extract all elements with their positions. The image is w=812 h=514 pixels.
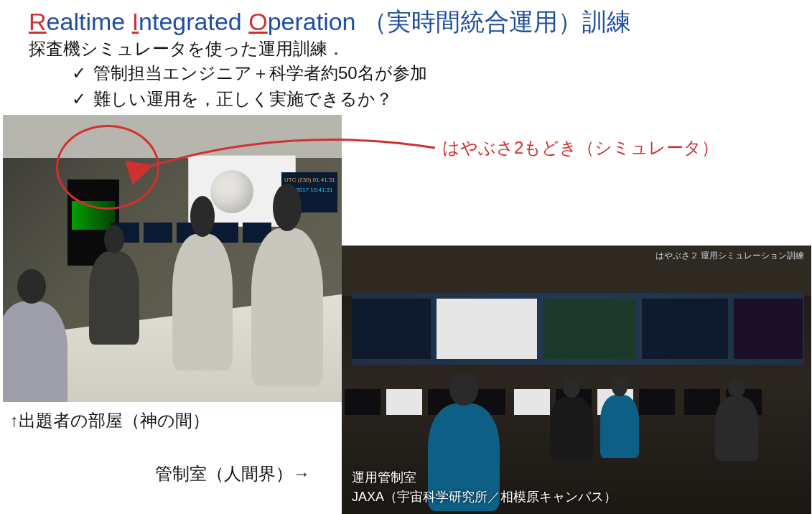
- title-part-1: ealtime: [47, 8, 132, 35]
- person-figure: [89, 251, 139, 345]
- video-caption-line2: JAXA（宇宙科学研究所／相模原キャンパス）: [352, 487, 617, 507]
- utc-time: UTC (230) 01:41:31: [284, 177, 335, 183]
- person-figure: [172, 234, 233, 370]
- person-figure: [3, 302, 67, 402]
- bullet-item: ✓ 難しい運用を，正しく実施できるか？: [72, 86, 427, 112]
- caption-examiner-room: ↑出題者の部屋（神の間）: [10, 409, 210, 432]
- video-caption-line1: 運用管制室: [352, 468, 617, 487]
- person-figure: [251, 228, 323, 386]
- title-letter-i: I: [132, 8, 139, 35]
- bullet-list: ✓ 管制担当エンジニア＋科学者約50名が参加 ✓ 難しい運用を，正しく実施できる…: [72, 60, 427, 112]
- photo-examiner-room: UTC (230) 01:41:31 JST 2017 10:41:31: [3, 115, 342, 402]
- title-letter-o: O: [248, 8, 267, 35]
- check-icon: ✓: [72, 60, 86, 86]
- bullet-item: ✓ 管制担当エンジニア＋科学者約50名が参加: [72, 60, 427, 86]
- caption-control-room: 管制室（人間界）→: [155, 462, 310, 485]
- person-figure: [550, 396, 593, 461]
- title-part-3: peration （実時間統合運用）訓練: [268, 8, 631, 35]
- check-icon: ✓: [72, 86, 86, 112]
- subtitle: 探査機シミュレータを使った運用訓練．: [29, 37, 345, 60]
- bullet-text: 管制担当エンジニア＋科学者約50名が参加: [93, 60, 427, 86]
- annotation-circle: [56, 125, 159, 210]
- bullet-text: 難しい運用を，正しく実施できるか？: [93, 86, 393, 112]
- title-part-2: ntegrated: [139, 8, 248, 35]
- video-banner: はやぶさ２ 運用シミュレーション訓練: [655, 250, 804, 262]
- slide-title: Realtime Integrated Operation （実時間統合運用）訓…: [29, 6, 631, 39]
- annotation-label: はやぶさ2もどき（シミュレータ）: [442, 136, 719, 159]
- title-letter-r: R: [29, 8, 47, 35]
- video-caption: 運用管制室 JAXA（宇宙科学研究所／相模原キャンパス）: [352, 468, 617, 507]
- person-figure: [600, 395, 639, 458]
- person-figure: [715, 396, 758, 461]
- photo-control-room: はやぶさ２ 運用シミュレーション訓練 運用管制室 JAXA（宇宙科学研究所／相模…: [342, 246, 811, 514]
